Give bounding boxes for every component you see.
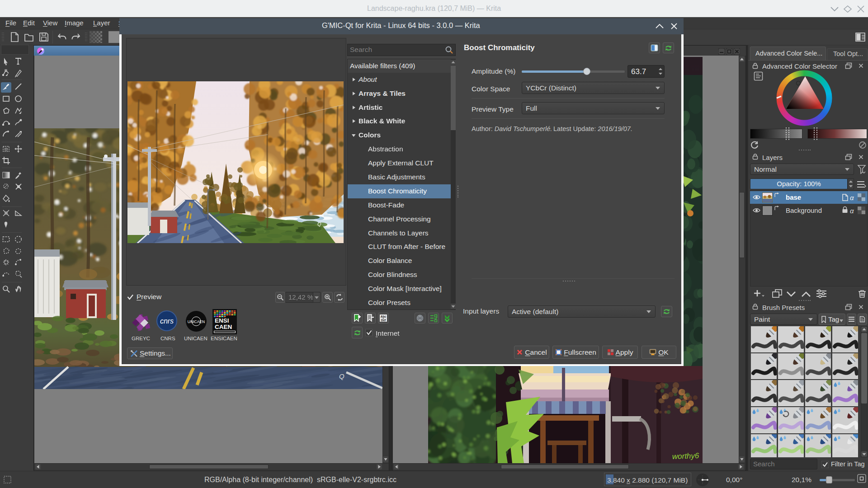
svg-text:Abc: Abc	[381, 315, 387, 318]
svg-text:worthy6: worthy6	[672, 451, 699, 461]
svg-text:CAEN: CAEN	[215, 324, 232, 330]
svg-text:Q: Q	[339, 372, 344, 380]
svg-text:UNICAEN: UNICAEN	[188, 319, 205, 324]
svg-text:Def: Def	[381, 319, 386, 322]
svg-text:Q: Q	[317, 221, 321, 227]
svg-text:cnrs: cnrs	[160, 317, 174, 325]
svg-text:ENSI: ENSI	[215, 317, 229, 324]
